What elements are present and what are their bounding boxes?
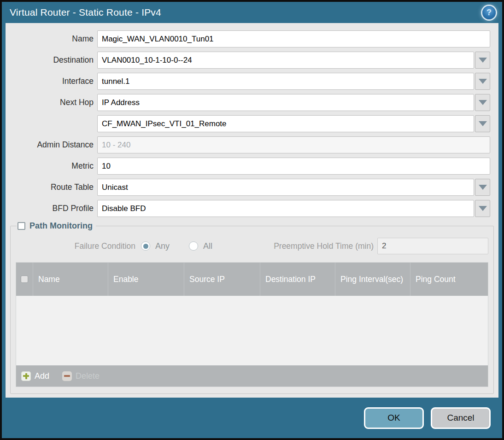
metric-row: Metric [6, 158, 490, 175]
failure-condition-row: Failure Condition Any All Preemptive Hol… [16, 237, 488, 255]
column-header-source-ip: Source IP [184, 263, 260, 296]
select-all-checkbox [21, 276, 28, 283]
destination-row: Destination [6, 52, 490, 69]
cancel-button[interactable]: Cancel [431, 407, 491, 429]
path-monitoring-legend: Path Monitoring [17, 221, 96, 231]
next-hop-label: Next Hop [6, 98, 97, 107]
failure-condition-all-radio [189, 241, 198, 251]
name-row: Name [6, 30, 490, 47]
next-hop-row: Next Hop [6, 94, 490, 111]
path-monitoring-section: Path Monitoring Failure Condition Any Al… [10, 221, 494, 394]
table-body-empty [16, 296, 488, 365]
failure-condition-any-radio [141, 241, 150, 251]
help-icon[interactable]: ? [482, 6, 496, 19]
titlebar: Virtual Router - Static Route - IPv4 ? [2, 2, 502, 23]
route-table-label: Route Table [6, 182, 97, 192]
destination-label: Destination [6, 55, 97, 65]
admin-distance-row: Admin Distance [6, 136, 490, 153]
name-label: Name [6, 34, 97, 44]
column-header-enable: Enable [108, 263, 184, 296]
next-hop-dropdown-button[interactable] [475, 94, 490, 111]
path-monitoring-title: Path Monitoring [29, 221, 93, 231]
chevron-down-icon [479, 185, 487, 190]
chevron-down-icon [479, 100, 487, 105]
bfd-profile-dropdown-button[interactable] [475, 200, 490, 217]
question-mark-glyph: ? [486, 8, 492, 17]
add-button-label: Add [35, 371, 49, 381]
next-hop-address-input[interactable] [97, 115, 474, 132]
interface-label: Interface [6, 76, 97, 86]
interface-input[interactable] [97, 73, 474, 90]
chevron-down-icon [479, 58, 487, 63]
metric-label: Metric [6, 161, 97, 171]
route-table-row: Route Table [6, 179, 490, 196]
metric-input[interactable] [97, 158, 490, 175]
next-hop-type-input[interactable] [97, 94, 474, 111]
table-toolbar: Add Delete [16, 365, 488, 387]
destination-dropdown-button[interactable] [475, 52, 490, 69]
route-table-input[interactable] [97, 179, 474, 196]
column-header-destination-ip: Destination IP [260, 263, 335, 296]
interface-dropdown-button[interactable] [475, 73, 490, 90]
add-button[interactable]: Add [21, 371, 49, 381]
chevron-down-icon [479, 121, 487, 126]
destination-input[interactable] [97, 52, 474, 69]
route-table-dropdown-button[interactable] [475, 179, 490, 196]
plus-icon [21, 371, 31, 381]
next-hop-address-row [6, 115, 490, 132]
path-monitoring-table: Name Enable Source IP Destination IP Pin… [16, 262, 488, 387]
failure-condition-label: Failure Condition [16, 241, 141, 251]
admin-distance-input[interactable] [97, 136, 490, 153]
admin-distance-label: Admin Distance [6, 140, 97, 150]
delete-button-label: Delete [76, 371, 100, 381]
table-header: Name Enable Source IP Destination IP Pin… [16, 263, 488, 296]
static-route-dialog: Virtual Router - Static Route - IPv4 ? N… [0, 0, 504, 440]
path-monitoring-checkbox[interactable] [18, 222, 25, 230]
page-title: Virtual Router - Static Route - IPv4 [10, 7, 161, 18]
dialog-footer: OK Cancel [2, 398, 502, 438]
column-header-name: Name [33, 263, 108, 296]
select-all-header-cell [16, 263, 33, 296]
next-hop-address-dropdown-button[interactable] [475, 115, 490, 132]
bfd-profile-row: BFD Profile [6, 200, 490, 217]
delete-button: Delete [62, 371, 100, 381]
chevron-down-icon [479, 206, 487, 211]
ok-button[interactable]: OK [364, 407, 424, 429]
failure-condition-all-label: All [203, 241, 212, 251]
dialog-content: Name Destination Interface Next Hop [6, 23, 498, 398]
bfd-profile-input[interactable] [97, 200, 474, 217]
failure-condition-any-label: Any [155, 241, 170, 251]
interface-row: Interface [6, 73, 490, 90]
chevron-down-icon [479, 79, 487, 84]
name-input[interactable] [97, 30, 490, 47]
preemptive-hold-time-label: Preemptive Hold Time (min) [274, 241, 374, 251]
column-header-ping-interval: Ping Interval(sec) [335, 263, 410, 296]
minus-icon [62, 371, 72, 381]
bfd-profile-label: BFD Profile [6, 204, 97, 213]
column-header-ping-count: Ping Count [410, 263, 488, 296]
preemptive-hold-time-input [377, 238, 488, 254]
